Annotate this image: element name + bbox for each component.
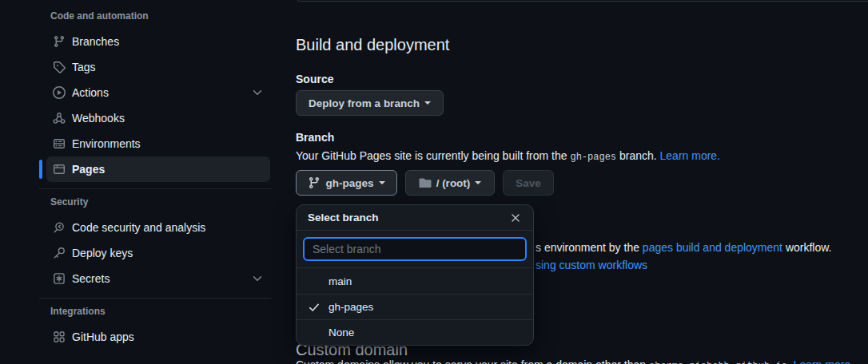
apps-icon [53, 330, 66, 343]
close-button[interactable] [509, 212, 522, 224]
branch-description: Your GitHub Pages site is currently bein… [296, 148, 720, 166]
chevron-down-icon [251, 86, 264, 99]
sidebar-item-tags[interactable]: Tags [46, 54, 270, 80]
custom-workflows-link[interactable]: sing custom workflows [536, 259, 647, 271]
branch-filter-section [297, 231, 533, 268]
sidebar-item-pages[interactable]: Pages [46, 156, 270, 182]
sidebar-item-github-apps[interactable]: GitHub apps [46, 324, 270, 350]
source-dropdown-button[interactable]: Deploy from a branch [296, 90, 444, 116]
select-branch-dialog: Select branch main gh-pages None [296, 204, 534, 346]
page-title: Build and deployment [296, 35, 449, 54]
sidebar-item-branches[interactable]: Branches [46, 29, 270, 54]
sidebar-item-label: GitHub apps [72, 330, 134, 343]
sidebar-item-actions[interactable]: Actions [46, 80, 270, 105]
custom-domain-learn-more-link[interactable]: Learn more [794, 358, 851, 364]
check-icon [308, 301, 321, 314]
git-branch-icon [308, 176, 321, 189]
custom-domain-text: Custom domains allow you to serve your s… [296, 358, 649, 364]
branch-filter-input[interactable] [303, 237, 527, 261]
sidebar-item-webhooks[interactable]: Webhooks [46, 105, 270, 131]
sidebar-item-label: Secrets [72, 272, 109, 285]
sidebar-item-label: Pages [72, 163, 105, 176]
asterisk-box-icon [53, 272, 66, 285]
sidebar-item-environments[interactable]: Environments [46, 131, 270, 156]
pages-build-and-deployment-link[interactable]: pages build and deployment [643, 241, 782, 254]
close-icon [509, 212, 522, 224]
sidebar-item-deploy-keys[interactable]: Deploy keys [46, 240, 270, 266]
sidebar-item-label: Tags [72, 61, 96, 73]
sidebar-section-code-and-automation: Code and automation [50, 10, 270, 22]
sidebar-item-label: Branches [72, 35, 119, 48]
branch-option-none[interactable]: None [297, 319, 533, 345]
sidebar-section-integrations: Integrations [50, 305, 270, 318]
deployment-status-text: s environment by the pages build and dep… [536, 239, 868, 274]
settings-sidebar: Code and automation Branches Tags Action… [0, 0, 288, 350]
branch-option-main[interactable]: main [297, 268, 533, 294]
save-button[interactable]: Save [503, 170, 554, 196]
custom-domain-text: . [787, 358, 794, 364]
deployment-status-line1: s environment by the pages build and dep… [536, 239, 868, 257]
tag-icon [53, 61, 66, 73]
branch-option-label: main [328, 275, 352, 287]
codescan-icon [53, 221, 66, 234]
folder-select-button[interactable]: / (root) [405, 170, 495, 196]
branch-controls-row: gh-pages / (root) Save [296, 170, 554, 196]
status-text: workflow. [782, 241, 831, 254]
branch-select-label: gh-pages [325, 177, 373, 189]
git-branch-icon [53, 35, 66, 48]
sidebar-item-secrets[interactable]: Secrets [46, 266, 270, 291]
sidebar-item-label: Actions [72, 86, 109, 99]
sidebar-item-label: Deploy keys [72, 247, 133, 259]
branch-option-label: gh-pages [328, 301, 373, 313]
deployment-status-line2: sing custom workflows [536, 257, 868, 275]
custom-domain-description: Custom domains allow you to serve your s… [296, 357, 868, 364]
folder-icon [419, 176, 432, 189]
branch-description-text: Your GitHub Pages site is currently bein… [296, 149, 570, 162]
branch-description-text: branch. [616, 149, 659, 162]
chevron-down-icon [251, 272, 264, 285]
key-icon [53, 247, 66, 259]
folder-select-label: / (root) [436, 177, 471, 189]
save-button-label: Save [516, 177, 541, 189]
caret-down-icon [475, 181, 481, 188]
branch-label: Branch [296, 131, 334, 144]
previous-section-box-edge [296, 0, 868, 2]
caret-down-icon [424, 101, 431, 108]
sidebar-item-code-security[interactable]: Code security and analysis [46, 215, 270, 240]
status-text: s environment by the [536, 241, 643, 254]
source-label: Source [296, 73, 333, 85]
caret-down-icon [379, 181, 385, 188]
select-branch-dialog-header: Select branch [297, 205, 533, 231]
learn-more-link[interactable]: Learn more. [660, 149, 720, 162]
branch-option-list: main gh-pages None [297, 268, 533, 345]
source-dropdown-label: Deploy from a branch [309, 97, 420, 109]
sidebar-section-security: Security [50, 196, 270, 208]
sidebar-divider [39, 188, 272, 189]
dialog-title: Select branch [308, 212, 379, 224]
play-icon [53, 86, 66, 99]
branch-select-button[interactable]: gh-pages [296, 170, 397, 196]
webhook-icon [53, 112, 66, 125]
branch-option-gh-pages[interactable]: gh-pages [297, 294, 533, 319]
branch-option-label: None [328, 326, 354, 338]
sidebar-divider [39, 298, 272, 299]
environments-icon [53, 137, 66, 150]
browser-icon [53, 163, 66, 176]
sidebar-item-label: Webhooks [72, 112, 125, 125]
inline-code-domain: sharma-nishabh.github.io [649, 361, 787, 364]
sidebar-item-label: Code security and analysis [72, 221, 205, 234]
sidebar-item-label: Environments [72, 137, 141, 150]
inline-code-gh-pages: gh-pages [570, 152, 616, 163]
